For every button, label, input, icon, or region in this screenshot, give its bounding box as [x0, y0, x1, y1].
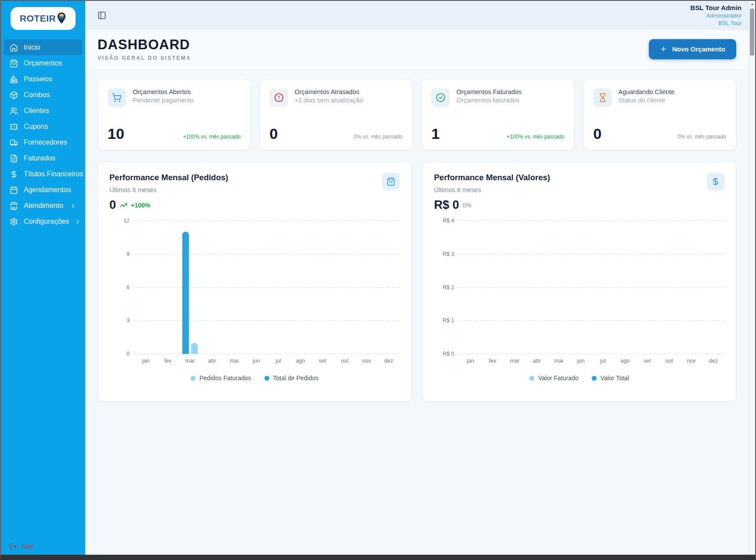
bar-group-mai: [223, 221, 245, 354]
content: DASHBOARD VISÃO GERAL DO SISTEMA Novo Or…: [85, 30, 749, 555]
menu-dollar-sign-icon: [10, 170, 18, 178]
bar-group-fev: [157, 221, 179, 354]
stat-card-titles: Orçamentos Faturados Orçamentos faturado…: [456, 88, 521, 104]
sidebar-item-titulos-financeiros[interactable]: Títulos Financeiros: [4, 166, 82, 182]
bar-group-jul: [592, 221, 614, 354]
x-axis-label: ago: [614, 358, 636, 364]
bars-layer: [459, 221, 724, 354]
menu-store-icon: [10, 202, 18, 210]
bar-group-mar: [504, 221, 526, 354]
legend-item-valor-faturado[interactable]: Valor Faturado: [529, 375, 579, 382]
bar-pedidos-faturados-mar[interactable]: [191, 343, 198, 354]
sidebar-item-inicio[interactable]: Inicio: [4, 40, 82, 55]
user-info[interactable]: BSL Tour Admin Administrador BSL Tour: [691, 4, 742, 27]
stat-card-value: 0: [593, 126, 602, 141]
sidebar-item-atendimento[interactable]: Atendimento: [4, 198, 82, 214]
bar-group-out: [658, 221, 680, 354]
stat-card-header: Aguardando Cliente Status do cliente: [593, 88, 727, 107]
y-axis-label: R$ 1: [443, 317, 454, 324]
x-axis-label: dez: [702, 358, 724, 364]
sidebar-item-clientes[interactable]: Clientes: [4, 103, 82, 119]
app-window: ROTEIR InicioOrçamentosPasseiosCombosCli…: [0, 0, 756, 560]
stat-card-footer: 0 0% vs. mês passado: [593, 126, 727, 141]
logout-button[interactable]: Sair: [10, 542, 34, 550]
caret-up-icon: [750, 2, 754, 6]
chevron-right-icon: [75, 218, 81, 225]
y-axis-label: 9: [127, 251, 130, 257]
y-axis: R$ 4R$ 3R$ 2R$ 1R$ 0: [434, 221, 459, 354]
sidebar-item-passeios[interactable]: Passeios: [4, 71, 82, 87]
stat-card-trend: +100% vs. mês passado: [183, 134, 240, 140]
stat-card-trend: +100% vs. mês passado: [506, 134, 564, 140]
sidebar-item-configuracoes[interactable]: Configurações: [4, 214, 82, 229]
stat-card-header: Orçamentos Faturados Orçamentos faturado…: [431, 88, 564, 107]
sidebar-item-label: Cupons: [24, 123, 48, 131]
shopping-cart-icon-badge: [108, 88, 126, 107]
sidebar-item-orcamentos[interactable]: Orçamentos: [4, 55, 82, 71]
scrollbar[interactable]: [749, 1, 755, 555]
main-area: BSL Tour Admin Administrador BSL Tour DA…: [85, 1, 749, 555]
legend-item-total-de-pedidos[interactable]: Total de Pedidos: [264, 375, 319, 382]
chart-legend: Valor FaturadoValor Total: [434, 375, 724, 382]
sidebar-item-cupons[interactable]: Cupons: [4, 119, 82, 135]
bar-group-abr: [526, 221, 548, 354]
trending-up-icon: [119, 201, 127, 209]
scrollbar-thumb[interactable]: [750, 8, 754, 56]
new-budget-button[interactable]: Novo Orçamento: [649, 39, 736, 59]
plot-area: [459, 221, 724, 354]
scroll-up-button[interactable]: [749, 1, 755, 7]
legend-item-valor-total[interactable]: Valor Total: [592, 375, 629, 382]
stat-card-value: 1: [431, 126, 440, 141]
legend-label: Valor Faturado: [538, 375, 579, 382]
sidebar-item-label: Combos: [24, 91, 50, 99]
x-axis-label: jan: [135, 358, 157, 364]
x-axis-label: set: [636, 358, 658, 364]
menu-shopping-bag-icon: [10, 59, 18, 68]
gridline: [133, 354, 400, 354]
logo-text: ROTEIR: [20, 13, 56, 24]
bar-group-mar: [179, 221, 201, 354]
stat-card-header: Orçamentos Abertos Pendente pagamento: [108, 88, 241, 107]
x-axis-label: fev: [157, 358, 179, 364]
topbar: BSL Tour Admin Administrador BSL Tour: [85, 1, 749, 30]
x-axis-label: dez: [378, 358, 400, 364]
stat-card-footer: 1 +100% vs. mês passado: [431, 126, 564, 141]
legend-label: Pedidos Faturados: [199, 375, 251, 382]
stat-card-titles: Aguardando Cliente Status do cliente: [619, 88, 675, 104]
stat-card-titles: Orçamentos Atrasados +2 dias sem atualiz…: [295, 88, 363, 104]
shopping-bag-icon: [387, 177, 395, 186]
bar-total-de-pedidos-mar[interactable]: [182, 232, 189, 354]
y-axis: 129630: [109, 221, 135, 354]
dollar-sign-icon: [711, 177, 720, 186]
x-axis-label: mar: [504, 358, 526, 364]
log-out-icon: [10, 543, 17, 550]
chart-card-performance-mensal-(valores): Performance Mensal (Valores) Últimos 6 m…: [422, 162, 736, 402]
logo[interactable]: ROTEIR: [11, 7, 76, 30]
x-axis-label: mai: [548, 358, 570, 364]
bar-group-ago: [289, 221, 311, 354]
bar-group-mai: [548, 221, 570, 354]
sidebar-item-fornecedores[interactable]: Fornecedores: [4, 135, 82, 150]
sidebar-item-label: Títulos Financeiros: [24, 170, 83, 178]
y-axis-label: 3: [127, 317, 130, 324]
sidebar-toggle-button[interactable]: [96, 9, 108, 22]
sidebar-item-label: Fornecedores: [24, 138, 67, 146]
sidebar-item-agendamentos[interactable]: Agendamentos: [4, 182, 82, 198]
user-name: BSL Tour Admin: [691, 4, 742, 12]
legend-item-pedidos-faturados[interactable]: Pedidos Faturados: [191, 375, 251, 382]
chevron-right-icon: [75, 218, 81, 225]
chevron-right-icon: [70, 203, 76, 209]
bar-group-abr: [201, 221, 223, 354]
chart-legend: Pedidos FaturadosTotal de Pedidos: [109, 375, 400, 382]
charts-row: Performance Mensal (Pedidos) Últimos 6 m…: [85, 150, 749, 402]
shopping-bag-icon-badge: [382, 173, 400, 190]
stat-card-orcamentos-faturados: Orçamentos Faturados Orçamentos faturado…: [421, 79, 575, 150]
sidebar-item-faturados[interactable]: Faturados: [4, 150, 82, 166]
sidebar-item-label: Atendimento: [24, 202, 63, 210]
sidebar-item-combos[interactable]: Combos: [4, 87, 82, 103]
user-org: BSL Tour: [691, 20, 742, 27]
menu-file-text-icon: [10, 154, 18, 163]
bar-group-dez: [378, 221, 400, 354]
bar-group-jan: [135, 221, 157, 354]
sidebar: ROTEIR InicioOrçamentosPasseiosCombosCli…: [1, 1, 85, 555]
